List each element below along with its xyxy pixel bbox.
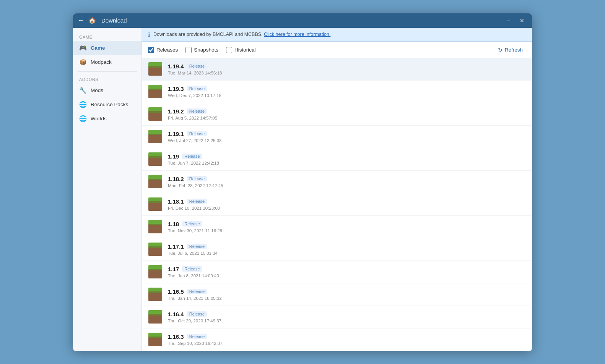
version-date: Fri, Dec 10, 2021 10:23:00 [168, 206, 220, 210]
version-icon [148, 310, 163, 324]
historical-checkbox[interactable] [226, 47, 232, 53]
mc-block-side [148, 156, 162, 166]
version-number: 1.19 [168, 153, 179, 160]
version-info: 1.18 Release Tue, Nov 30, 2021 11:16:29 [168, 221, 222, 233]
mc-block-top [148, 62, 162, 66]
version-item[interactable]: 1.19.4 Release Tue, Mar 14, 2023 14:56:1… [142, 58, 532, 81]
version-date: Thu, Sep 10, 2020 16:42:37 [168, 341, 223, 346]
close-button[interactable]: ✕ [517, 15, 527, 26]
version-icon [148, 220, 163, 234]
version-item[interactable]: 1.16.3 Release Thu, Sep 10, 2020 16:42:3… [142, 328, 532, 351]
mc-block-side [148, 89, 162, 98]
main-body: Game 🎮 Game 📦 Modpack Addons 🔧 Mods 🌐 Re… [73, 28, 532, 351]
version-number: 1.18.1 [168, 198, 184, 205]
version-info: 1.19.2 Release Fri, Aug 5, 2022 14:57:05 [168, 108, 217, 120]
version-badge: Release [182, 266, 202, 272]
sidebar-section-addons: Addons [73, 74, 141, 83]
filter-bar: Releases Snapshots Historical ↻ Refresh [142, 42, 532, 58]
version-name-row: 1.19.2 Release [168, 108, 217, 115]
version-number: 1.16.4 [168, 311, 184, 317]
minimize-button[interactable]: − [503, 15, 514, 26]
sidebar-item-resource-packs-label: Resource Packs [91, 102, 128, 107]
version-info: 1.18.1 Release Fri, Dec 10, 2021 10:23:0… [168, 198, 220, 210]
mc-block-top [148, 243, 162, 247]
mc-block [148, 85, 162, 99]
mc-block-top [148, 265, 162, 269]
version-item[interactable]: 1.19.1 Release Wed, Jul 27, 2022 12:25:3… [142, 126, 532, 148]
mods-icon: 🔧 [79, 87, 87, 94]
version-badge: Release [182, 154, 202, 159]
version-number: 1.19.2 [168, 108, 184, 115]
version-item[interactable]: 1.19 Release Tue, Jun 7, 2022 12:42:18 [142, 148, 532, 171]
version-number: 1.18.2 [168, 176, 184, 182]
worlds-icon: 🌐 [79, 115, 87, 122]
app-window: ← 🏠 Download − ✕ Game 🎮 Game 📦 Modpack A… [73, 13, 532, 351]
content-area: ℹ Downloads are provided by BMCLAPI and … [142, 28, 532, 351]
sidebar-item-worlds[interactable]: 🌐 Worlds [73, 112, 141, 126]
version-info: 1.16.5 Release Thu, Jan 14, 2021 18:05:3… [168, 288, 222, 301]
mc-block-top [148, 197, 162, 202]
sidebar-item-game[interactable]: 🎮 Game [73, 41, 141, 55]
snapshots-filter[interactable]: Snapshots [185, 47, 218, 53]
mc-block [148, 243, 162, 256]
version-date: Fri, Aug 5, 2022 14:57:05 [168, 116, 217, 120]
version-name-row: 1.19.3 Release [168, 86, 221, 92]
version-item[interactable]: 1.16.5 Release Thu, Jan 14, 2021 18:05:3… [142, 283, 532, 306]
version-item[interactable]: 1.19.3 Release Wed, Dec 7, 2022 10:17:18 [142, 81, 532, 103]
info-message: Downloads are provided by BMCLAPI and MC… [153, 32, 264, 37]
window-controls: − ✕ [503, 15, 527, 26]
version-info: 1.17 Release Tue, Jun 8, 2021 14:00:40 [168, 266, 219, 278]
sidebar-item-mods[interactable]: 🔧 Mods [73, 83, 141, 97]
mc-block [148, 62, 162, 76]
refresh-button[interactable]: ↻ Refresh [495, 45, 526, 55]
version-item[interactable]: 1.18.1 Release Fri, Dec 10, 2021 10:23:0… [142, 193, 532, 216]
snapshots-checkbox[interactable] [185, 47, 192, 53]
version-icon [148, 129, 163, 144]
mc-block-side [148, 224, 162, 233]
info-icon: ℹ [148, 31, 150, 38]
snapshots-label: Snapshots [194, 47, 218, 53]
info-link[interactable]: Click here for more information. [264, 32, 330, 37]
sidebar-item-worlds-label: Worlds [91, 116, 107, 121]
mc-block-side [148, 291, 162, 301]
releases-checkbox[interactable] [148, 47, 154, 53]
version-item[interactable]: 1.17.1 Release Tue, Jul 6, 2021 15:01:34 [142, 238, 532, 261]
mc-block-side [148, 314, 162, 324]
mc-block-top [148, 152, 162, 157]
sidebar-item-mods-label: Mods [91, 87, 103, 93]
sidebar: Game 🎮 Game 📦 Modpack Addons 🔧 Mods 🌐 Re… [73, 28, 142, 351]
back-button[interactable]: ← [78, 16, 85, 24]
mc-block-top [148, 220, 162, 224]
version-date: Tue, Mar 14, 2023 14:56:18 [168, 71, 222, 75]
version-info: 1.17.1 Release Tue, Jul 6, 2021 15:01:34 [168, 243, 218, 256]
version-name-row: 1.19 Release [168, 153, 219, 160]
mc-block [148, 197, 162, 211]
version-date: Tue, Jun 8, 2021 14:00:40 [168, 273, 219, 278]
version-icon [148, 152, 163, 167]
mc-block-side [148, 336, 162, 346]
mc-block [148, 175, 162, 189]
version-item[interactable]: 1.18.2 Release Mon, Feb 28, 2022 12:42:4… [142, 171, 532, 193]
version-number: 1.16.5 [168, 288, 184, 295]
mc-block [148, 310, 162, 324]
version-item[interactable]: 1.17 Release Tue, Jun 8, 2021 14:00:40 [142, 261, 532, 283]
version-item[interactable]: 1.16.4 Release Thu, Oct 29, 2020 17:49:3… [142, 306, 532, 328]
releases-filter[interactable]: Releases [148, 47, 178, 53]
home-button[interactable]: 🏠 [88, 17, 96, 24]
version-icon [148, 287, 163, 302]
sidebar-item-modpack[interactable]: 📦 Modpack [73, 55, 141, 69]
version-name-row: 1.18.2 Release [168, 176, 223, 182]
version-number: 1.19.1 [168, 131, 184, 137]
mc-block-side [148, 134, 162, 143]
historical-filter[interactable]: Historical [226, 47, 256, 53]
version-name-row: 1.18.1 Release [168, 198, 220, 205]
version-number: 1.19.4 [168, 63, 184, 70]
version-item[interactable]: 1.19.2 Release Fri, Aug 5, 2022 14:57:05 [142, 103, 532, 126]
mc-block-side [148, 66, 162, 76]
mc-block-side [148, 179, 162, 188]
version-item[interactable]: 1.18 Release Tue, Nov 30, 2021 11:16:29 [142, 216, 532, 238]
mc-block [148, 333, 162, 346]
version-number: 1.17.1 [168, 243, 184, 250]
version-date: Tue, Jul 6, 2021 15:01:34 [168, 251, 218, 256]
sidebar-item-resource-packs[interactable]: 🌐 Resource Packs [73, 97, 141, 112]
